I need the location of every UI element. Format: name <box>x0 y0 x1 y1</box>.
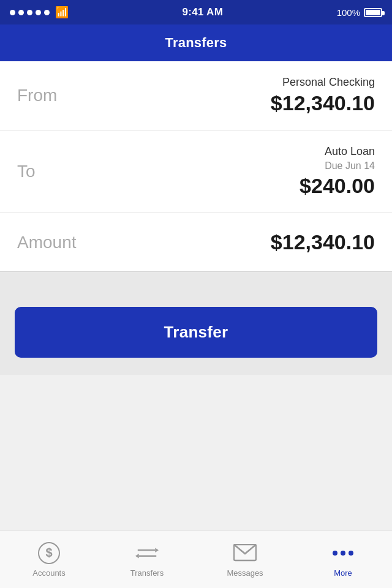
tab-more[interactable]: More <box>294 541 392 578</box>
signal-dot-3 <box>27 10 32 15</box>
transfers-icon <box>135 544 159 562</box>
battery-percent: 100% <box>337 7 360 18</box>
tab-messages[interactable]: Messages <box>196 541 294 578</box>
svg-marker-1 <box>155 548 159 552</box>
tab-accounts[interactable]: $ Accounts <box>0 541 98 578</box>
signal-dot-1 <box>10 10 15 15</box>
signal-dot-5 <box>44 10 50 15</box>
to-row[interactable]: To Auto Loan Due Jun 14 $240.00 <box>0 130 392 213</box>
battery-fill <box>366 10 380 15</box>
wifi-icon: 📶 <box>55 6 69 19</box>
tab-messages-label: Messages <box>227 568 263 578</box>
main-content: From Personal Checking $12,340.10 To Aut… <box>0 61 392 271</box>
button-section: Transfer <box>0 290 392 375</box>
tab-transfers-label: Transfers <box>130 568 164 578</box>
dot-1 <box>333 551 337 556</box>
amount-value: $12,340.10 <box>271 230 375 254</box>
more-icon-container <box>331 541 355 565</box>
to-value: Auto Loan Due Jun 14 $240.00 <box>300 145 375 198</box>
dots-icon <box>333 551 353 556</box>
nav-title: Transfers <box>165 35 227 51</box>
dot-2 <box>341 551 345 556</box>
to-label: To <box>17 162 36 181</box>
signal-dot-4 <box>36 10 41 15</box>
from-amount: $12,340.10 <box>271 91 375 115</box>
tab-bar: $ Accounts Transfers Messages <box>0 530 392 588</box>
amount-row[interactable]: Amount $12,340.10 <box>0 213 392 271</box>
dollar-icon: $ <box>38 542 60 564</box>
nav-bar: Transfers <box>0 24 392 61</box>
messages-icon-container <box>233 541 257 565</box>
from-account-name: Personal Checking <box>271 76 375 89</box>
svg-marker-3 <box>135 553 139 558</box>
status-bar: 📶 9:41 AM 100% <box>0 0 392 24</box>
to-amount: $240.00 <box>300 174 375 198</box>
to-account-name: Auto Loan <box>300 145 375 158</box>
dot-3 <box>349 551 353 556</box>
accounts-icon-container: $ <box>37 541 61 565</box>
transfers-icon-container <box>135 541 159 565</box>
amount-label: Amount <box>17 233 77 252</box>
tab-accounts-label: Accounts <box>32 568 65 578</box>
tab-more-label: More <box>334 568 352 578</box>
envelope-icon <box>233 544 257 562</box>
battery-area: 100% <box>337 7 382 18</box>
transfer-button[interactable]: Transfer <box>15 307 377 358</box>
from-value: Personal Checking $12,340.10 <box>271 76 375 115</box>
to-due: Due Jun 14 <box>300 160 375 172</box>
battery-icon <box>364 8 382 17</box>
status-time: 9:41 AM <box>182 6 223 18</box>
signal-dot-2 <box>18 10 24 15</box>
status-left: 📶 <box>10 6 69 19</box>
from-label: From <box>17 86 57 105</box>
tab-transfers[interactable]: Transfers <box>98 541 196 578</box>
from-row[interactable]: From Personal Checking $12,340.10 <box>0 61 392 130</box>
gray-divider <box>0 271 392 290</box>
